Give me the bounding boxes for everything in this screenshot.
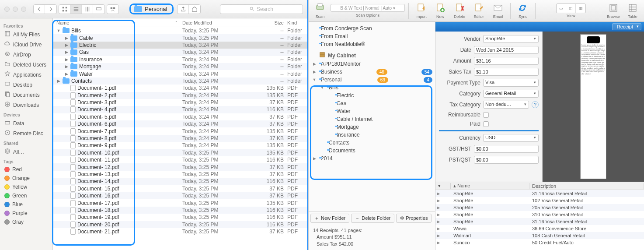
view-mode[interactable]: ▭◫▥View: [556, 4, 586, 18]
col-expand[interactable]: ▾: [435, 183, 451, 189]
sidebar-item[interactable]: All…: [0, 147, 52, 157]
disclosure-icon[interactable]: ▶: [435, 213, 451, 217]
list-row[interactable]: Document- 19.pdfToday, 3:25 PM116 KBPDF: [53, 214, 307, 221]
list-row[interactable]: ▶GasToday, 3:24 PM--Folder: [53, 49, 307, 56]
tree-item[interactable]: Insurance: [309, 131, 435, 139]
currency-select[interactable]: USD: [483, 134, 539, 142]
tree-item[interactable]: ▶2014: [309, 155, 435, 162]
list-row[interactable]: Document- 7.pdfToday, 3:24 PM135 KBPDF: [53, 127, 307, 134]
new-button[interactable]: New: [432, 3, 449, 19]
disclosure-icon[interactable]: ▶: [312, 156, 317, 161]
disclosure-icon[interactable]: ▶: [435, 199, 451, 203]
table-button[interactable]: Table: [624, 3, 641, 19]
disclosure-icon[interactable]: ▶: [64, 36, 69, 40]
column-view-button[interactable]: [82, 5, 93, 14]
list-row[interactable]: Document- 1.pdfToday, 3:24 PM135 KBPDF: [53, 85, 307, 92]
list-row[interactable]: ▶ContactsToday, 3:24 PM--Folder: [53, 77, 307, 85]
list-row[interactable]: Document- 9.pdfToday, 3:24 PM135 KBPDF: [53, 142, 307, 149]
help-icon[interactable]: ?: [532, 101, 539, 108]
table-row[interactable]: ▶Sunoco50 Credit Fuel/Auto: [435, 239, 644, 246]
browse-button[interactable]: Browse: [605, 3, 622, 19]
tax-category-select[interactable]: Non-dedu…: [483, 101, 529, 109]
table-row[interactable]: ▶ShopRite310 Visa General Retail: [435, 211, 644, 218]
sidebar-item[interactable]: Desktop: [0, 80, 52, 90]
tree-item[interactable]: Electric: [309, 92, 435, 99]
reimbursable-checkbox[interactable]: [483, 112, 489, 118]
tree-item[interactable]: Contacts: [309, 139, 435, 147]
sidebar-item[interactable]: Purple: [0, 209, 52, 218]
disclosure-icon[interactable]: ▶: [312, 70, 317, 74]
tree-item[interactable]: Documents: [309, 147, 435, 155]
list-row[interactable]: Document- 11.pdfToday, 3:25 PM116 KBPDF: [53, 156, 307, 163]
list-row[interactable]: Document- 13.pdfToday, 3:25 PM37 KBPDF: [53, 171, 307, 178]
list-row[interactable]: Document- 3.pdfToday, 3:24 PM37 KBPDF: [53, 99, 307, 106]
list-row[interactable]: Document- 15.pdfToday, 3:25 PM37 KBPDF: [53, 185, 307, 192]
disclosure-icon[interactable]: ▶: [64, 57, 69, 62]
disclosure-icon[interactable]: ▶: [64, 43, 69, 47]
category-select[interactable]: General Retail: [483, 90, 539, 98]
table-row[interactable]: ▶ShopRite31.16 Visa General Retail: [435, 218, 644, 225]
list-row[interactable]: Document- 8.pdfToday, 3:24 PM37 KBPDF: [53, 135, 307, 142]
tree-item[interactable]: Gas: [309, 99, 435, 107]
list-row[interactable]: ▶ElectricToday, 3:24 PM--Folder: [53, 42, 307, 49]
action-group[interactable]: [177, 4, 201, 14]
list-view-button[interactable]: [70, 5, 82, 14]
disclosure-icon[interactable]: ▶: [435, 241, 451, 245]
disclosure-icon[interactable]: ▶: [56, 79, 61, 83]
disclosure-icon[interactable]: ▶: [435, 234, 451, 238]
sidebar-item[interactable]: Red: [0, 165, 52, 174]
list-row[interactable]: Document- 4.pdfToday, 3:24 PM116 KBPDF: [53, 106, 307, 113]
sync-button[interactable]: Sync: [514, 3, 532, 19]
new-folder-button[interactable]: ＋New Folder: [310, 214, 349, 223]
list-row[interactable]: Document- 2.pdfToday, 3:24 PM135 KBPDF: [53, 92, 307, 99]
col-name[interactable]: ▴ Name: [451, 183, 529, 189]
delete-folder-button[interactable]: －Delete Folder: [351, 214, 394, 223]
forward-button[interactable]: [45, 5, 56, 14]
window-controls[interactable]: [0, 7, 31, 12]
list-row[interactable]: Document- 6.pdfToday, 3:24 PM37 KBPDF: [53, 120, 307, 127]
disclosure-icon[interactable]: ▶: [435, 227, 451, 231]
tree-item[interactable]: My Cabinet: [309, 51, 435, 60]
sidebar-item[interactable]: Applications: [0, 70, 52, 80]
tree-item[interactable]: ▼Bills: [309, 84, 435, 92]
scan-button[interactable]: Scan: [311, 3, 329, 19]
sidebar-item[interactable]: Downloads: [0, 100, 52, 110]
list-row[interactable]: Document- 16.pdfToday, 3:25 PM37 KBPDF: [53, 192, 307, 199]
col-size[interactable]: Size: [261, 20, 287, 25]
receipt-preview[interactable]: Lorem ipsum dolor sit amet consectetur a…: [543, 32, 644, 182]
list-row[interactable]: Document- 18.pdfToday, 3:25 PM116 KBPDF: [53, 207, 307, 214]
tree-item[interactable]: From NeatMobile®: [309, 40, 435, 48]
disclosure-icon[interactable]: ▶: [64, 64, 69, 69]
sidebar-item[interactable]: Blue: [0, 200, 52, 209]
column-headers[interactable]: Name ˄ Date Modified Size Kind: [53, 18, 307, 27]
table-row[interactable]: ▶Walmart108 Cash General Retail: [435, 232, 644, 239]
disclosure-icon[interactable]: ▼: [56, 28, 61, 33]
payment-type-select[interactable]: Visa: [483, 79, 539, 87]
scan-profile-select[interactable]: B & W Text | Normal | Auto ▾: [331, 4, 405, 12]
view-mode-group[interactable]: [59, 4, 105, 14]
list-row[interactable]: ▶InsuranceToday, 3:24 PM--Folder: [53, 56, 307, 63]
amount-input[interactable]: [474, 57, 539, 65]
table-row[interactable]: ▶ShopRite31.16 Visa General Retail: [435, 190, 644, 197]
share-button[interactable]: [178, 5, 189, 14]
tree-item[interactable]: ▶Business4654: [309, 68, 435, 76]
table-row[interactable]: ▶ShopRite102 Visa General Retail: [435, 197, 644, 204]
list-row[interactable]: Document- 20.pdfToday, 3:25 PM116 KBPDF: [53, 221, 307, 228]
sidebar-item[interactable]: Documents: [0, 90, 52, 100]
arrange-group[interactable]: [107, 4, 119, 14]
sidebar-item[interactable]: AirDrop: [0, 49, 52, 60]
back-button[interactable]: [34, 5, 45, 14]
coverflow-view-button[interactable]: [93, 5, 104, 14]
sidebar-item[interactable]: Gray: [0, 218, 52, 226]
disclosure-icon[interactable]: ▼: [312, 77, 317, 82]
editor-button[interactable]: Editor: [470, 3, 487, 19]
sidebar-item[interactable]: Yellow: [0, 183, 52, 191]
table-row[interactable]: ▶Wawa36.69 Convenience Store: [435, 225, 644, 232]
tree-item[interactable]: ▶APP1801Monitor: [309, 60, 435, 68]
disclosure-icon[interactable]: ▶: [435, 220, 451, 224]
list-row[interactable]: Document- 17.pdfToday, 3:25 PM135 KBPDF: [53, 199, 307, 206]
list-row[interactable]: ▼BillsToday, 3:25 PM--Folder: [53, 27, 307, 34]
sidebar-item[interactable]: Data: [0, 118, 52, 128]
nav-back-forward[interactable]: [33, 4, 57, 14]
tree-item[interactable]: Mortgage: [309, 123, 435, 131]
